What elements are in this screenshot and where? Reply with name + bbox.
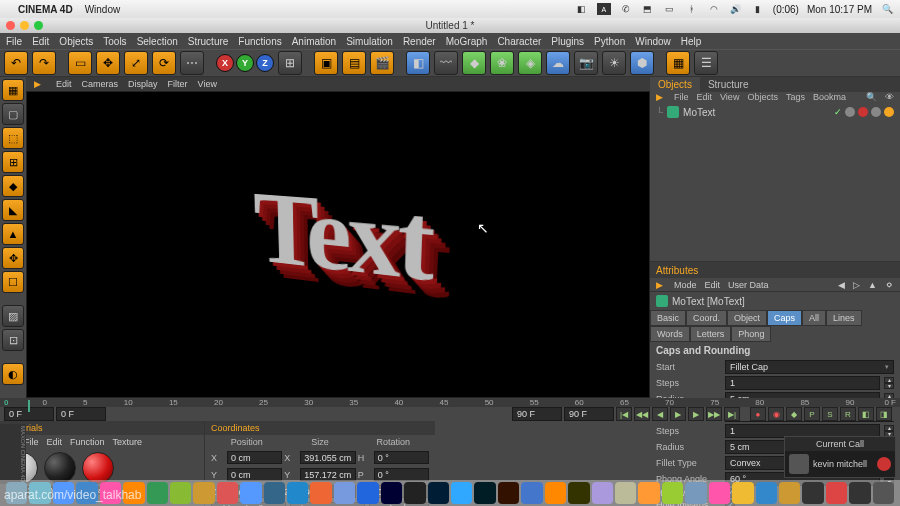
material-tag-icon[interactable] — [871, 107, 881, 117]
axis-z-toggle[interactable]: Z — [256, 54, 274, 72]
key-pos-button[interactable]: P — [804, 407, 820, 421]
snap-button[interactable]: ⊡ — [2, 329, 24, 351]
content-browser-button[interactable]: ☰ — [694, 51, 718, 75]
edge-mode-button[interactable]: ◣ — [2, 199, 24, 221]
autokey-button[interactable]: ◉ — [768, 407, 784, 421]
mat-menu-texture[interactable]: Texture — [113, 437, 143, 447]
menu-character[interactable]: Character — [497, 36, 541, 47]
add-generator-button[interactable]: ◆ — [462, 51, 486, 75]
dock-app-icon[interactable] — [521, 482, 542, 504]
undo-button[interactable]: ↶ — [4, 51, 28, 75]
layout-button[interactable]: ▦ — [666, 51, 690, 75]
menu-help[interactable]: Help — [681, 36, 702, 47]
spotlight-icon[interactable]: 🔍 — [880, 3, 894, 15]
dock-app-icon[interactable] — [451, 482, 472, 504]
mac-app-name[interactable]: CINEMA 4D — [18, 4, 73, 15]
vp-menu-view[interactable]: View — [198, 79, 217, 89]
dock-app-icon[interactable] — [310, 482, 331, 504]
dock-app-icon[interactable] — [474, 482, 495, 504]
last-tool[interactable]: ⋯ — [180, 51, 204, 75]
menu-tools[interactable]: Tools — [103, 36, 126, 47]
make-editable-button[interactable]: ▦ — [2, 79, 24, 101]
position-field[interactable]: 0 cm — [227, 451, 282, 464]
timeline-playhead[interactable] — [28, 400, 30, 412]
vp-menu-edit[interactable]: Edit — [56, 79, 72, 89]
goto-start-button[interactable]: |◀ — [616, 407, 632, 421]
dock-app-icon[interactable] — [498, 482, 519, 504]
filter-icon[interactable]: 👁 — [885, 92, 894, 102]
obj-menu-view[interactable]: View — [720, 92, 739, 102]
obj-menu-file[interactable]: File — [674, 92, 689, 102]
attr-tab-words[interactable]: Words — [650, 326, 690, 342]
close-window-button[interactable] — [6, 21, 15, 30]
dock-app-icon[interactable] — [779, 482, 800, 504]
menu-simulation[interactable]: Simulation — [346, 36, 393, 47]
menu-window[interactable]: Window — [635, 36, 671, 47]
rotate-tool[interactable]: ⟳ — [152, 51, 176, 75]
dock-app-icon[interactable] — [264, 482, 285, 504]
add-camera-button[interactable]: 📷 — [574, 51, 598, 75]
spinner-buttons[interactable]: ▴▾ — [884, 377, 894, 389]
menu-animation[interactable]: Animation — [292, 36, 336, 47]
attr-tab-all[interactable]: All — [802, 310, 826, 326]
dock-app-icon[interactable] — [381, 482, 402, 504]
viewport-solo-button[interactable]: ☐ — [2, 271, 24, 293]
dock-app-icon[interactable] — [147, 482, 168, 504]
attr-number-field[interactable]: 1 — [725, 376, 880, 390]
dock-app-icon[interactable] — [240, 482, 261, 504]
key-pla-button[interactable]: ◨ — [876, 407, 892, 421]
goto-end-button[interactable]: ▶| — [724, 407, 740, 421]
add-effector-button[interactable]: ❀ — [490, 51, 514, 75]
dock-app-icon[interactable] — [615, 482, 636, 504]
dock-app-icon[interactable] — [849, 482, 870, 504]
move-tool[interactable]: ✥ — [96, 51, 120, 75]
tag-dot-icon[interactable] — [845, 107, 855, 117]
attr-menu-userdata[interactable]: User Data — [728, 280, 769, 290]
menu-file[interactable]: File — [6, 36, 22, 47]
nav-up-icon[interactable]: ▲ — [868, 280, 877, 290]
axis-y-toggle[interactable]: Y — [236, 54, 254, 72]
axis-mode-button[interactable]: ✥ — [2, 247, 24, 269]
menu-mograph[interactable]: MoGraph — [446, 36, 488, 47]
anim-mode-button[interactable]: ◐ — [2, 363, 24, 385]
render-settings-button[interactable]: 🎬 — [370, 51, 394, 75]
dock-app-icon[interactable] — [545, 482, 566, 504]
dock-app-icon[interactable] — [193, 482, 214, 504]
dock-app-icon[interactable] — [334, 482, 355, 504]
frame-max-field[interactable]: 90 F — [564, 407, 614, 421]
play-button[interactable]: ▶ — [670, 407, 686, 421]
menu-render[interactable]: Render — [403, 36, 436, 47]
texture-mode-button[interactable]: ⬚ — [2, 127, 24, 149]
search-icon[interactable]: 🔍 — [866, 92, 877, 102]
menu-structure[interactable]: Structure — [188, 36, 229, 47]
dock-app-icon[interactable] — [709, 482, 730, 504]
object-tree[interactable]: └ MoText ✓ — [650, 102, 900, 262]
nav-back-icon[interactable]: ◀ — [838, 280, 845, 290]
frame-current-field[interactable]: 0 F — [56, 407, 106, 421]
dock-app-icon[interactable] — [217, 482, 238, 504]
tree-item-motext[interactable]: └ MoText ✓ — [656, 106, 894, 118]
dock-app-icon[interactable] — [357, 482, 378, 504]
coord-system-button[interactable]: ⊞ — [278, 51, 302, 75]
obj-menu-bookmarks[interactable]: Bookma — [813, 92, 846, 102]
attr-tab-basic[interactable]: Basic — [650, 310, 686, 326]
dock-app-icon[interactable] — [592, 482, 613, 504]
next-frame-button[interactable]: ▶ — [688, 407, 704, 421]
minimize-window-button[interactable] — [20, 21, 29, 30]
prev-key-button[interactable]: ◀◀ — [634, 407, 650, 421]
obj-menu-tags[interactable]: Tags — [786, 92, 805, 102]
attr-tab-object[interactable]: Object — [727, 310, 767, 326]
size-field[interactable]: 391.055 cm — [300, 451, 355, 464]
dock-app-icon[interactable] — [756, 482, 777, 504]
menu-functions[interactable]: Functions — [238, 36, 281, 47]
key-param-button[interactable]: ◧ — [858, 407, 874, 421]
material-tag-icon[interactable] — [858, 107, 868, 117]
add-primitive-button[interactable]: ◧ — [406, 51, 430, 75]
polygon-mode-button[interactable]: ▲ — [2, 223, 24, 245]
menu-objects[interactable]: Objects — [59, 36, 93, 47]
attr-tab-caps[interactable]: Caps — [767, 310, 802, 326]
nav-fwd-icon[interactable]: ▷ — [853, 280, 860, 290]
prev-frame-button[interactable]: ◀ — [652, 407, 668, 421]
tab-structure[interactable]: Structure — [700, 77, 757, 92]
dock-app-icon[interactable] — [802, 482, 823, 504]
